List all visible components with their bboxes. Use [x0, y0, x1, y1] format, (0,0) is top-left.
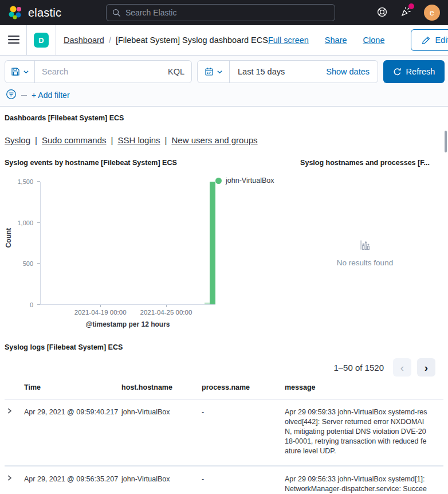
- date-picker-group: Last 15 days Show dates: [197, 60, 378, 83]
- pagination-label: 1–50 of 1520: [333, 363, 384, 373]
- chevron-right-icon: [6, 475, 13, 481]
- divider: [56, 25, 56, 55]
- global-search-input[interactable]: [125, 8, 329, 17]
- chart-bar[interactable]: [205, 303, 210, 304]
- y-tick-label: 0: [30, 301, 33, 308]
- avatar[interactable]: e: [424, 5, 440, 21]
- add-filter-button[interactable]: + Add filter: [32, 91, 70, 100]
- notification-badge: [408, 3, 414, 9]
- time-range-button[interactable]: Last 15 days: [230, 67, 318, 76]
- empty-state: No results found: [337, 240, 393, 267]
- calendar-icon: [205, 67, 214, 76]
- edit-button-label: Edit: [435, 36, 448, 45]
- log-process: -: [202, 399, 285, 466]
- elastic-brand[interactable]: elastic: [8, 5, 61, 20]
- refresh-button[interactable]: Refresh: [383, 60, 445, 83]
- chart-plot: [40, 182, 215, 305]
- legend-dot: [215, 178, 222, 184]
- link-ssh-logins[interactable]: SSH logins: [117, 135, 160, 145]
- dashboard-links: Syslog|Sudo commands|SSH logins|New user…: [5, 135, 443, 145]
- link-new-users-groups[interactable]: New users and groups: [172, 135, 258, 145]
- elastic-logo-icon: [8, 5, 23, 20]
- log-process: -: [202, 466, 285, 494]
- logs-panel-title: Syslog logs [Filebeat System] ECS: [5, 343, 443, 351]
- search-icon: [112, 9, 121, 17]
- log-time: Apr 29, 2021 @ 09:59:40.217: [24, 399, 121, 466]
- events-chart-title: Syslog events by hostname [Filebeat Syst…: [5, 159, 277, 167]
- filter-dash: [21, 95, 27, 96]
- column-header-host: host.hostname: [121, 378, 202, 399]
- legend-item[interactable]: john-VirtualBox: [215, 177, 274, 185]
- edit-button[interactable]: Edit: [411, 29, 448, 51]
- space-badge[interactable]: D: [34, 33, 49, 48]
- link-separator: |: [165, 135, 167, 145]
- menu-icon[interactable]: [8, 35, 19, 46]
- log-host: john-VirtualBox: [121, 466, 202, 494]
- log-message: Apr 29 09:56:33 john-VirtualBox systemd[…: [285, 466, 443, 494]
- pagination: 1–50 of 1520 ‹ ›: [5, 358, 435, 377]
- clone-button[interactable]: Clone: [363, 36, 385, 45]
- bar-chart-icon: [360, 240, 371, 250]
- help-icon[interactable]: [377, 7, 387, 19]
- chevron-down-icon: [23, 69, 29, 75]
- brand-name: elastic: [28, 6, 61, 19]
- expand-row-button[interactable]: [5, 406, 14, 417]
- global-header: elastic: [0, 0, 448, 25]
- refresh-icon: [393, 68, 402, 76]
- breadcrumb: Dashboard / [Filebeat System] Syslog das…: [64, 36, 268, 45]
- logs-table: Time host.hostname process.name message …: [5, 378, 443, 494]
- full-screen-button[interactable]: Full screen: [268, 36, 309, 45]
- no-results-message: No results found: [337, 258, 393, 267]
- nav-row: D Dashboard / [Filebeat System] Syslog d…: [0, 25, 448, 56]
- link-separator: |: [111, 135, 113, 145]
- x-axis-title: @timestamp per 12 hours: [40, 320, 215, 328]
- column-header-time: Time: [24, 378, 121, 399]
- breadcrumb-dashboard-link[interactable]: Dashboard: [64, 36, 104, 45]
- share-button[interactable]: Share: [325, 36, 347, 45]
- legend-label: john-VirtualBox: [226, 177, 274, 185]
- log-host: john-VirtualBox: [121, 399, 202, 466]
- refresh-button-label: Refresh: [406, 67, 435, 76]
- column-header-message: message: [285, 378, 443, 399]
- y-tick-label: 1,500: [17, 178, 33, 185]
- x-tick-mark: [100, 305, 101, 307]
- chevron-down-icon: [217, 69, 223, 75]
- processes-panel-title: Syslog hostnames and processes [F...: [286, 159, 443, 167]
- x-tick-label: 2021-04-25 00:00: [140, 309, 192, 316]
- y-tick-label: 1,000: [17, 219, 33, 226]
- chart-bar[interactable]: [210, 182, 215, 304]
- divider: [26, 25, 27, 55]
- table-row: Apr 29, 2021 @ 09:56:35.207 john-Virtual…: [5, 466, 443, 494]
- pencil-icon: [422, 36, 430, 45]
- global-search-bar[interactable]: [106, 4, 335, 21]
- expand-column-header: [5, 378, 24, 399]
- show-dates-button[interactable]: Show dates: [318, 67, 378, 76]
- kql-language-button[interactable]: KQL: [161, 67, 191, 76]
- markdown-panel: Dashboards [Filebeat System] ECS Syslog|…: [0, 107, 448, 155]
- panel-scrollbar[interactable]: [445, 131, 447, 152]
- chart-y-labels: 05001,0001,500: [5, 182, 40, 305]
- previous-page-button[interactable]: ‹: [393, 358, 411, 377]
- query-input-group: KQL: [5, 60, 192, 83]
- x-tick-label: 2021-04-19 00:00: [74, 309, 127, 316]
- page-title: [Filebeat System] Syslog dashboard ECS: [116, 36, 268, 45]
- expand-row-button[interactable]: [5, 473, 14, 484]
- link-syslog[interactable]: Syslog: [5, 135, 30, 145]
- table-row: Apr 29, 2021 @ 09:59:40.217 john-Virtual…: [5, 399, 443, 466]
- link-sudo-commands[interactable]: Sudo commands: [42, 135, 107, 145]
- next-page-button[interactable]: ›: [417, 358, 435, 377]
- breadcrumb-separator: /: [109, 36, 111, 45]
- markdown-title: Dashboards [Filebeat System] ECS: [5, 114, 443, 122]
- x-tick-mark: [166, 305, 167, 307]
- log-time: Apr 29, 2021 @ 09:56:35.207: [24, 466, 121, 494]
- filter-menu-icon[interactable]: [6, 89, 17, 101]
- logs-table-body: Apr 29, 2021 @ 09:59:40.217 john-Virtual…: [5, 399, 443, 494]
- logs-panel: Syslog logs [Filebeat System] ECS 1–50 o…: [0, 339, 448, 494]
- kql-search-input[interactable]: [35, 67, 161, 76]
- events-chart: Count 05001,0001,500 2021-04-19 00:00202…: [5, 174, 277, 336]
- saved-query-menu-button[interactable]: [5, 61, 35, 83]
- date-quick-menu-button[interactable]: [198, 61, 230, 83]
- save-icon: [11, 67, 20, 76]
- link-separator: |: [35, 135, 37, 145]
- processes-panel: Syslog hostnames and processes [F... No …: [282, 155, 448, 339]
